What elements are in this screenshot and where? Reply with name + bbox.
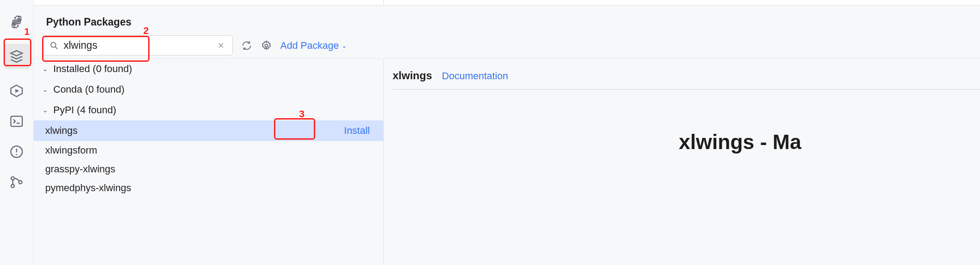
result-row[interactable]: grasspy-xlwings xyxy=(34,160,383,179)
packages-icon[interactable] xyxy=(4,44,29,69)
add-package-button[interactable]: Add Package ⌄ xyxy=(280,40,347,51)
services-icon[interactable] xyxy=(8,82,25,99)
details-headline: xlwings - Ma xyxy=(393,130,980,154)
result-row[interactable]: pymedphys-xlwings xyxy=(34,179,383,197)
packages-toolbar: ✕ Add Package ⌄ xyxy=(34,33,980,59)
group-installed[interactable]: ⌄ Installed (0 found) xyxy=(34,59,383,79)
details-package-name: xlwings xyxy=(393,69,432,82)
search-icon xyxy=(49,41,59,51)
top-editor-strip xyxy=(34,0,980,5)
group-label: Conda (0 found) xyxy=(53,84,124,95)
result-name: grasspy-xlwings xyxy=(45,163,116,175)
svg-point-10 xyxy=(51,42,56,47)
result-name: xlwingsform xyxy=(45,145,97,156)
svg-point-11 xyxy=(265,44,268,47)
svg-point-9 xyxy=(19,180,22,184)
result-row[interactable]: xlwings Install xyxy=(34,120,383,141)
svg-rect-4 xyxy=(11,116,22,127)
svg-point-7 xyxy=(11,177,14,180)
svg-marker-3 xyxy=(15,89,19,93)
svg-point-0 xyxy=(15,17,16,18)
python-icon[interactable] xyxy=(8,13,25,30)
chevron-down-icon: ⌄ xyxy=(342,42,347,49)
search-field-wrap[interactable]: ✕ xyxy=(43,35,233,56)
results-column: ⌄ Installed (0 found) ⌄ Conda (0 found) … xyxy=(34,59,384,265)
result-row[interactable]: xlwingsform xyxy=(34,141,383,160)
reload-icon[interactable] xyxy=(241,40,252,51)
clear-search-icon[interactable]: ✕ xyxy=(216,41,226,51)
svg-point-6 xyxy=(16,154,17,155)
left-tool-gutter xyxy=(0,0,34,265)
chevron-down-icon: ⌄ xyxy=(43,65,50,73)
group-pypi[interactable]: ⌄ PyPI (4 found) xyxy=(34,100,383,120)
documentation-link[interactable]: Documentation xyxy=(442,70,508,82)
result-name: xlwings xyxy=(45,125,77,137)
panel-title: Python Packages xyxy=(34,5,980,33)
callout-number-2: 2 xyxy=(143,25,149,37)
problems-icon[interactable] xyxy=(8,143,25,160)
vcs-icon[interactable] xyxy=(8,174,25,191)
callout-number-1: 1 xyxy=(24,26,30,38)
svg-point-1 xyxy=(17,26,18,26)
group-conda[interactable]: ⌄ Conda (0 found) xyxy=(34,79,383,100)
result-name: pymedphys-xlwings xyxy=(45,182,131,194)
svg-point-8 xyxy=(11,184,14,188)
details-column: xlwings Documentation xlwings - Ma xyxy=(384,59,980,265)
search-input[interactable] xyxy=(59,39,216,51)
chevron-down-icon: ⌄ xyxy=(43,107,50,114)
chevron-down-icon: ⌄ xyxy=(43,86,50,93)
add-package-label: Add Package xyxy=(280,40,339,51)
gear-icon[interactable] xyxy=(261,40,272,51)
group-label: PyPI (4 found) xyxy=(53,104,116,116)
callout-number-3: 3 xyxy=(299,108,304,120)
group-label: Installed (0 found) xyxy=(53,63,132,75)
terminal-icon[interactable] xyxy=(8,113,25,130)
install-button[interactable]: Install xyxy=(340,124,374,137)
